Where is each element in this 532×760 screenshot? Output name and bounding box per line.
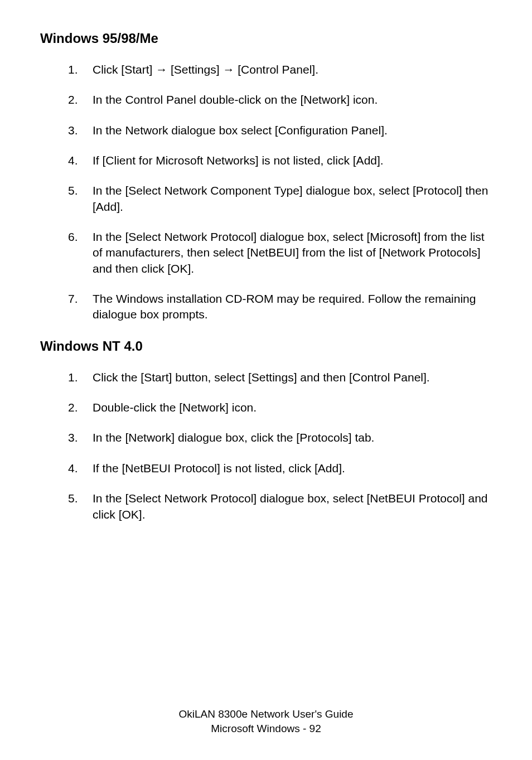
list-item: 1.Click the [Start] button, select [Sett… [68,370,492,385]
list-text: The Windows installation CD-ROM may be r… [93,292,476,321]
footer-title: OkiLAN 8300e Network User's Guide [0,707,532,722]
list-number: 6. [68,229,78,245]
list-number: 7. [68,291,78,307]
list-number: 5. [68,183,78,199]
list-number: 3. [68,123,78,138]
list-text: In the Control Panel double-click on the… [93,93,378,106]
list-text: In the [Select Network Protocol] dialogu… [93,230,485,275]
list-item: 3.In the [Network] dialogue box, click t… [68,430,492,446]
list-number: 2. [68,92,78,108]
list-number: 1. [68,62,78,78]
list-number: 4. [68,153,78,168]
list-number: 5. [68,491,78,506]
list-text: If [Client for Microsoft Networks] is no… [93,154,384,167]
list-item: 7.The Windows installation CD-ROM may be… [68,291,492,323]
list-number: 3. [68,430,78,446]
list-item: 3.In the Network dialogue box select [Co… [68,123,492,138]
list-text: In the Network dialogue box select [Conf… [93,124,388,137]
list-number: 4. [68,461,78,476]
section-heading-win95: Windows 95/98/Me [40,31,492,46]
list-number: 1. [68,370,78,385]
list-text: Click [Start] → [Settings] → [Control Pa… [93,63,318,76]
list-text: Click the [Start] button, select [Settin… [93,371,430,384]
list-text: Double-click the [Network] icon. [93,401,257,414]
list-item: 1.Click [Start] → [Settings] → [Control … [68,62,492,78]
list-item: 2.Double-click the [Network] icon. [68,400,492,415]
list-win95: 1.Click [Start] → [Settings] → [Control … [40,62,492,323]
list-text: In the [Network] dialogue box, click the… [93,431,374,444]
list-item: 6.In the [Select Network Protocol] dialo… [68,229,492,277]
list-item: 2.In the Control Panel double-click on t… [68,92,492,108]
list-item: 5.In the [Select Network Protocol] dialo… [68,491,492,522]
list-text: If the [NetBEUI Protocol] is not listed,… [93,462,345,475]
footer-page: Microsoft Windows - 92 [0,722,532,737]
list-item: 4.If [Client for Microsoft Networks] is … [68,153,492,168]
list-winnt: 1.Click the [Start] button, select [Sett… [40,370,492,522]
list-number: 2. [68,400,78,415]
list-item: 5.In the [Select Network Component Type]… [68,183,492,215]
list-text: In the [Select Network Protocol] dialogu… [93,492,488,520]
list-text: In the [Select Network Component Type] d… [93,184,488,212]
list-item: 4.If the [NetBEUI Protocol] is not liste… [68,461,492,476]
page-footer: OkiLAN 8300e Network User's Guide Micros… [0,707,532,737]
section-heading-winnt: Windows NT 4.0 [40,338,492,354]
